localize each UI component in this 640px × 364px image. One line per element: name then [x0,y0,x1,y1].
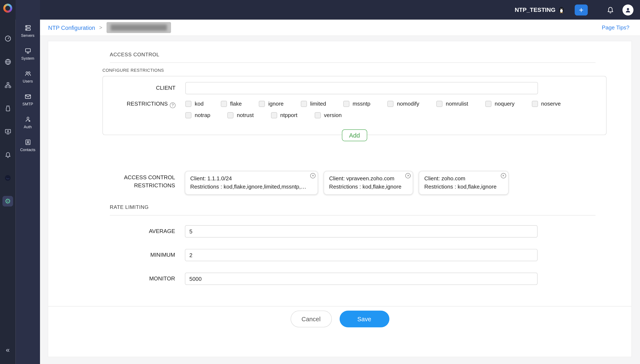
restriction-option-label: noserve [541,101,561,107]
globe-glyph-icon [4,58,11,65]
average-field-wrap [185,226,538,238]
restriction-checkbox[interactable] [186,112,192,118]
rail-nav: ⚙ [2,33,13,206]
sidebar-item-auth[interactable]: Auth [16,111,40,134]
sidebar-item-servers[interactable]: Servers [16,20,40,42]
restriction-option[interactable]: kod [186,101,204,107]
org-glyph-icon [4,82,11,88]
entry-restrictions: Restrictions : kod,flake,ignore,limited,… [190,183,306,191]
dark-circle-glyph-icon [4,174,12,182]
remove-entry-icon[interactable]: × [406,173,411,178]
smtp-icon [24,93,31,100]
configure-restrictions-title: CONFIGURE RESTRICTIONS [102,68,631,72]
restriction-option[interactable]: notrust [228,112,254,118]
sidebar-item-label: Contacts [20,147,35,152]
restriction-option[interactable]: ntpport [271,112,297,118]
page-tips-link[interactable]: Page Tips? [602,24,630,31]
gauge-icon[interactable] [2,33,13,44]
notifications-bell-icon[interactable] [606,6,614,14]
restriction-checkbox[interactable] [485,101,492,107]
app-screen: NTP_TESTING + [0,0,640,364]
restriction-option-label: nomrulist [446,101,468,107]
jar-icon[interactable] [2,103,13,114]
restriction-option[interactable]: ignore [259,101,284,107]
restriction-option-label: limited [310,101,326,107]
sidebar-item-users[interactable]: Users [16,66,40,88]
restriction-checkbox[interactable] [259,101,265,107]
restriction-option[interactable]: nomodify [388,101,419,107]
restriction-checkbox[interactable] [532,101,538,107]
sidebar-item-label: Servers [21,33,34,38]
restriction-checkbox[interactable] [436,101,442,107]
gear-glyph-icon: ⚙ [5,198,11,205]
client-input[interactable] [186,82,538,94]
user-avatar[interactable] [622,4,634,15]
restriction-option[interactable]: limited [301,101,326,107]
restriction-checkbox[interactable] [271,112,277,118]
average-label: AVERAGE [48,226,175,238]
average-row: AVERAGE [48,226,632,238]
minimum-field-wrap [185,249,538,261]
sidebar-item-label: SMTP [22,102,33,106]
average-input[interactable] [185,226,538,238]
restriction-checkbox[interactable] [301,101,307,107]
add-new-button[interactable]: + [574,4,588,15]
org-name: NTP_TESTING [515,6,556,13]
restriction-entry-card: Client: vpraveen.zoho.com Restrictions :… [324,171,413,195]
restriction-checkbox[interactable] [221,101,227,107]
cancel-button[interactable]: Cancel [290,311,332,328]
restriction-entry-card: Client: 1.1.1.0/24 Restrictions : kod,fl… [185,171,318,195]
dark-logo-icon[interactable] [2,173,13,183]
penguin-icon [559,6,564,13]
minimum-label: MINIMUM [48,249,175,261]
restriction-option-label: flake [230,101,242,107]
contacts-icon [24,139,31,146]
collapse-sidebar-button[interactable]: « [0,346,16,354]
access-control-section-title: ACCESS CONTROL [110,52,596,63]
restriction-option-label: noquery [494,101,514,107]
restriction-options: kod flake ignore limited mssntp nomodify… [186,101,561,118]
add-restriction-button[interactable]: Add [342,129,367,141]
restrictions-label: RESTRICTIONS? [103,101,176,108]
restriction-checkbox[interactable] [314,112,321,118]
save-button[interactable]: Save [340,311,389,328]
servers-icon [24,24,31,32]
sidebar-item-smtp[interactable]: SMTP [16,88,40,111]
access-control-restrictions-label: ACCESS CONTROL RESTRICTIONS [48,171,175,195]
users-icon [24,70,31,77]
org-chart-icon[interactable] [2,80,13,90]
restriction-checkbox[interactable] [388,101,394,107]
help-icon[interactable]: ? [170,102,176,108]
restriction-checkbox[interactable] [186,101,192,107]
restriction-option[interactable]: noquery [485,101,514,107]
devices-icon[interactable] [2,126,13,137]
sidebar-item-contacts[interactable]: Contacts [16,134,40,157]
restriction-option[interactable]: nomrulist [436,101,468,107]
redaction-blur [110,24,167,31]
sidebar-item-system[interactable]: System [16,42,40,66]
alerts-bell-icon[interactable] [2,150,13,160]
auth-icon [24,116,31,123]
monitor-label: MONITOR [48,272,175,285]
restriction-option[interactable]: flake [221,101,242,107]
breadcrumb-root-link[interactable]: NTP Configuration [48,24,95,31]
bell-glyph-icon [4,151,11,158]
settings-gear-icon[interactable]: ⚙ [2,196,13,206]
restriction-option[interactable]: mssntp [343,101,370,107]
sidebar: Servers System Users SMTP Auth [16,0,40,364]
breadcrumb-masked-item [106,22,171,33]
dns-globe-icon[interactable] [2,56,13,67]
restriction-checkbox[interactable] [343,101,350,107]
remove-entry-icon[interactable]: × [500,173,506,178]
gauge-glyph-icon [4,35,11,42]
monitor-input[interactable] [185,272,538,285]
app-logo-icon[interactable] [3,4,12,12]
list-label-line1: ACCESS CONTROL [48,174,175,182]
minimum-input[interactable] [185,249,538,261]
restriction-option[interactable]: version [314,112,342,118]
restriction-checkbox[interactable] [228,112,234,118]
restriction-option[interactable]: notrap [186,112,210,118]
restriction-entries: Client: 1.1.1.0/24 Restrictions : kod,fl… [185,171,632,195]
restriction-option[interactable]: noserve [532,101,561,107]
remove-entry-icon[interactable]: × [310,173,316,178]
